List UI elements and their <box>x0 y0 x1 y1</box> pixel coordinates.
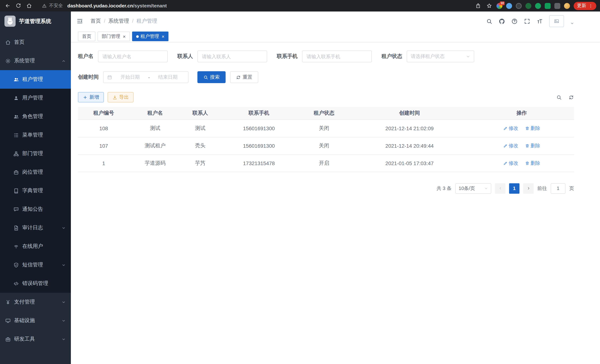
breadcrumb: 首页 系统管理 租户管理 <box>91 18 157 25</box>
tabbar: 首页 部门管理 × 租户管理 × <box>71 31 600 42</box>
sidebar-item-role-management[interactable]: 角色管理 <box>0 107 71 126</box>
github-icon[interactable] <box>499 18 505 24</box>
browser-home-button[interactable] <box>25 2 33 9</box>
sidebar-item-user-management[interactable]: 用户管理 <box>0 89 71 107</box>
contact-input[interactable] <box>197 50 267 62</box>
export-button[interactable]: 导出 <box>108 92 134 103</box>
edit-link[interactable]: 修改 <box>503 142 518 149</box>
next-page-button[interactable] <box>523 183 534 194</box>
breadcrumb-system[interactable]: 系统管理 <box>104 18 129 25</box>
extensions-pin-icon[interactable] <box>554 3 560 9</box>
org-tree-icon <box>13 151 19 156</box>
page-content: 租户名 联系人 联系手机 租户状态 请选择租户状态 <box>71 42 600 364</box>
trash-icon <box>525 161 529 165</box>
chrome-update-button[interactable]: 更新 <box>574 2 596 10</box>
table-toolbar: 新增 导出 <box>78 92 574 103</box>
delete-link[interactable]: 删除 <box>525 142 540 149</box>
table-refresh-icon[interactable] <box>568 94 574 100</box>
search-button[interactable]: 搜索 <box>197 71 225 83</box>
sidebar-item-dict-management[interactable]: 字典管理 <box>0 181 71 200</box>
cell-id: 1 <box>78 154 130 172</box>
date-range-picker[interactable]: 开始日期 - 结束日期 <box>103 71 188 83</box>
sidebar-item-home[interactable]: 首页 <box>0 33 71 52</box>
extension-badge: 10 <box>500 1 505 5</box>
document-icon <box>13 225 19 231</box>
tab-close-icon[interactable]: × <box>123 34 126 39</box>
menu-label: 支付管理 <box>14 299 35 305</box>
extension-icon-green[interactable] <box>535 3 541 9</box>
tab-home[interactable]: 首页 <box>78 32 95 41</box>
edit-link[interactable]: 修改 <box>503 125 518 131</box>
delete-link[interactable]: 删除 <box>525 125 540 131</box>
tab-dept-management[interactable]: 部门管理 × <box>98 32 130 41</box>
edit-link[interactable]: 修改 <box>503 160 518 166</box>
add-button[interactable]: 新增 <box>78 92 104 103</box>
tab-tenant-management[interactable]: 租户管理 × <box>132 32 169 41</box>
chevron-left-icon <box>498 186 502 190</box>
tenant-name-input[interactable] <box>98 50 168 62</box>
sidebar-item-sms-management[interactable]: 短信管理 <box>0 256 71 274</box>
sidebar-item-menu-management[interactable]: 菜单管理 <box>0 126 71 144</box>
sidebar-item-notice[interactable]: 通知公告 <box>0 200 71 219</box>
sidebar-item-dept-management[interactable]: 部门管理 <box>0 144 71 163</box>
sidebar-item-audit-log[interactable]: 审计日志 <box>0 219 71 237</box>
reset-button[interactable]: 重置 <box>230 71 258 83</box>
book-icon <box>13 188 19 194</box>
chevron-down-icon <box>62 263 66 267</box>
table-tools <box>556 94 574 100</box>
cell-phone: 15601691300 <box>219 137 298 154</box>
chevron-up-icon <box>62 59 66 63</box>
tab-close-icon[interactable]: × <box>162 34 164 39</box>
extension-icon-green-dark[interactable] <box>525 3 531 9</box>
help-icon[interactable] <box>511 18 518 24</box>
edit-icon <box>503 143 508 148</box>
sidebar-item-devtools[interactable]: 研发工具 <box>0 330 71 348</box>
cell-actions: 修改 删除 <box>469 120 574 137</box>
menu-fold-button[interactable] <box>76 18 83 25</box>
share-icon[interactable] <box>474 2 482 9</box>
sidebar-item-post-management[interactable]: 岗位管理 <box>0 163 71 181</box>
sidebar-item-infra[interactable]: 基础设施 <box>0 311 71 330</box>
goto-page-input[interactable] <box>551 183 565 194</box>
browser-back-button[interactable] <box>4 2 11 9</box>
sidebar-item-online-users[interactable]: 在线用户 <box>0 237 71 256</box>
breadcrumb-home[interactable]: 首页 <box>91 18 101 25</box>
extension-icon-blue[interactable] <box>506 3 512 9</box>
profile-avatar[interactable] <box>564 3 570 9</box>
extension-icon-colorful[interactable]: 10 <box>497 3 502 9</box>
bookmark-star-icon[interactable] <box>485 2 493 9</box>
col-header-id: 租户编号 <box>78 107 130 120</box>
cell-status: 关闭 <box>298 120 350 137</box>
extension-icon-dark[interactable] <box>516 3 522 9</box>
menu-label: 部门管理 <box>22 150 43 157</box>
phone-input[interactable] <box>302 50 372 62</box>
signal-icon <box>13 243 19 249</box>
sidebar-item-system-management[interactable]: 系统管理 <box>0 52 71 70</box>
avatar-chevron-down-icon[interactable] <box>570 21 574 25</box>
cell-created: 2021-01-05 17:03:47 <box>350 154 469 172</box>
refresh-icon <box>236 75 241 80</box>
prev-page-button[interactable] <box>495 183 505 194</box>
tenant-table: 租户编号 租户名 联系人 联系手机 租户状态 创建时间 操作 108 测试 <box>78 107 574 172</box>
toolbox-icon <box>5 336 11 342</box>
sidebar-item-tenant-management[interactable]: 租户管理 <box>0 70 71 89</box>
user-icon <box>13 95 19 101</box>
filter-phone: 联系手机 <box>277 50 372 62</box>
delete-link[interactable]: 删除 <box>525 160 540 166</box>
tenant-status-select[interactable]: 请选择租户状态 <box>407 50 474 62</box>
browser-reload-button[interactable] <box>14 2 22 9</box>
fullscreen-icon[interactable] <box>524 18 530 24</box>
app-logo[interactable]: 芋道管理系统 <box>0 11 71 31</box>
page-number-button[interactable]: 1 <box>509 183 519 194</box>
cell-phone: 17321315478 <box>219 154 298 172</box>
table-search-icon[interactable] <box>556 94 562 100</box>
page-size-select[interactable]: 10条/页 <box>455 183 491 194</box>
font-size-icon[interactable] <box>536 18 543 24</box>
sidebar-item-payment[interactable]: 支付管理 <box>0 293 71 311</box>
search-icon <box>203 75 208 80</box>
extension-icon-green-square[interactable] <box>545 3 551 9</box>
address-bar[interactable]: 不安全 dashboard.yudao.iocoder.cn/system/te… <box>42 3 471 9</box>
user-avatar[interactable] <box>549 15 564 27</box>
search-icon[interactable] <box>486 18 492 24</box>
sidebar-item-error-code[interactable]: 错误码管理 <box>0 274 71 293</box>
